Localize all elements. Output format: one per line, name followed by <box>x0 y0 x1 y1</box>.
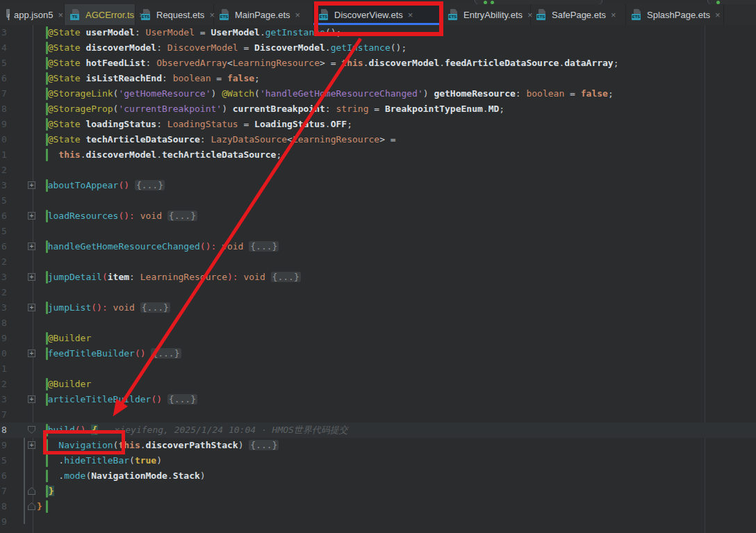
code-line[interactable]: 9@Builder <box>0 331 756 346</box>
fold-plus-icon[interactable]: + <box>28 395 35 403</box>
code-line[interactable]: 5 <box>0 193 756 208</box>
tab-close-icon[interactable]: × <box>295 10 301 19</box>
tab-request-ets[interactable]: ETSRequest.ets× <box>135 4 214 25</box>
token: ; <box>608 88 614 99</box>
tab-close-icon[interactable]: × <box>58 10 63 19</box>
token: ( <box>129 455 135 466</box>
token: (): <box>91 302 107 313</box>
toolbar-widget-1[interactable] <box>707 0 756 4</box>
fold-plus-icon[interactable]: + <box>28 181 35 189</box>
code-line[interactable]: 6+loadResources(): void {...} <box>0 208 756 224</box>
token: MD <box>488 104 500 114</box>
token: techArticleDataSource <box>162 149 276 160</box>
fold-open-icon[interactable] <box>28 426 35 434</box>
code-line[interactable]: 2 <box>0 163 756 178</box>
code-line[interactable]: 8 <box>0 315 756 331</box>
token: = <box>211 73 227 83</box>
ets-file-icon: ETS <box>536 9 548 20</box>
token: = <box>195 27 211 38</box>
folded-code-chip: {...} <box>249 440 279 450</box>
token: 'currentBreakpoint' <box>118 104 222 114</box>
code-line[interactable]: 8} <box>0 499 756 514</box>
code-text: this.discoverModel.techArticleDataSource… <box>48 147 282 163</box>
line-number: 2 <box>1 163 7 178</box>
line-number: 2 <box>1 254 7 270</box>
code-line[interactable]: 6 .mode(NavigationMode.Stack) <box>0 468 756 484</box>
tab-entryability-ets[interactable]: ETSEntryAbility.ets× <box>443 4 531 25</box>
fold-plus-icon[interactable]: + <box>28 212 35 220</box>
token: BreakpointTypeEnum <box>385 104 483 114</box>
token: dataArray <box>564 58 613 68</box>
code-line[interactable]: 0+feedTitleBuilder() {...} <box>0 346 756 361</box>
token: ): <box>227 272 238 282</box>
toolbar-widget-0[interactable] <box>475 0 602 4</box>
token: ) <box>200 470 206 481</box>
token: mode <box>64 470 85 481</box>
line-number: 2 <box>1 285 7 300</box>
fold-plus-icon[interactable]: + <box>28 304 35 311</box>
line-number: 5 <box>1 56 7 71</box>
folded-code-chip: {...} <box>271 272 301 282</box>
code-line[interactable]: 8@StorageProp('currentBreakpoint') curre… <box>0 101 756 117</box>
code-text: @StorageProp('currentBreakpoint') curren… <box>48 101 505 117</box>
code-line[interactable]: 2 <box>0 254 756 270</box>
token: . <box>260 27 265 38</box>
code-line[interactable]: 9@State loadingStatus: LoadingStatus = L… <box>0 117 756 132</box>
tab-safepage-ets[interactable]: ETSSafePage.ets× <box>531 4 626 25</box>
code-line[interactable]: 5 <box>0 224 756 239</box>
fold-plus-icon[interactable]: + <box>28 273 35 281</box>
token: DiscoverModel <box>254 42 325 53</box>
token: < <box>227 58 233 68</box>
token: ; <box>254 73 260 83</box>
code-line[interactable]: 3+jumpList(): void {...} <box>0 300 756 315</box>
fold-end-icon[interactable] <box>28 487 35 495</box>
tab-close-icon[interactable]: × <box>611 10 616 19</box>
token: > = <box>379 134 395 145</box>
token: 'handleGetHomeResourceChanged' <box>260 88 423 99</box>
token: } <box>48 486 55 496</box>
token: LoadingStatus <box>254 119 325 129</box>
tab-splashpage-ets[interactable]: ETSSplashPage.ets× <box>626 4 724 25</box>
code-line[interactable]: 0@State techArticleDataSource: LazyDataS… <box>0 132 756 147</box>
code-line[interactable]: 1 this.discoverModel.techArticleDataSour… <box>0 147 756 163</box>
fold-end-icon[interactable] <box>28 502 35 510</box>
token: ( <box>254 88 260 99</box>
fold-plus-icon[interactable]: + <box>28 243 35 250</box>
line-number: 3 <box>1 25 7 40</box>
code-line[interactable]: 6@State isListReachEnd: boolean = false; <box>0 71 756 86</box>
tab-agcerror-ts[interactable]: TSAGCError.ts× <box>65 4 135 25</box>
code-line[interactable]: 7@StorageLink('getHomeResource') @Watch(… <box>0 86 756 101</box>
fold-plus-icon[interactable]: + <box>28 441 35 449</box>
token: ) <box>211 88 222 99</box>
tab-close-icon[interactable]: × <box>715 10 721 19</box>
token: 'getHomeResource' <box>118 88 211 99</box>
code-line[interactable]: 5@State hotFeedList: ObservedArray<Learn… <box>0 56 756 71</box>
token: @Builder <box>48 379 92 389</box>
line-number: 0 <box>1 346 7 361</box>
fold-plus-icon[interactable]: + <box>28 350 35 357</box>
code-line[interactable]: 7} <box>0 484 756 499</box>
code-line[interactable]: 6+handleGetHomeResourceChanged(): void {… <box>0 239 756 254</box>
code-line[interactable]: 4@State discoverModel: DiscoverModel = D… <box>0 40 756 56</box>
token: ) <box>156 455 162 466</box>
folded-code-chip: {...} <box>249 241 279 252</box>
folded-code-chip: {...} <box>140 302 170 313</box>
code-line[interactable]: 3+jumpDetail(item: LearningResource): vo… <box>0 270 756 285</box>
token <box>265 272 271 282</box>
code-editor[interactable]: 3@State userModel: UserModel = UserModel… <box>0 25 756 533</box>
code-line[interactable]: 2 <box>0 285 756 300</box>
tab-app-json5[interactable]: {app.json5× <box>0 4 65 25</box>
code-line[interactable]: 1 <box>0 361 756 377</box>
code-line[interactable]: 2@Builder <box>0 377 756 392</box>
token: @Builder <box>48 333 92 343</box>
token: : <box>156 42 167 53</box>
status-green-dot-icon <box>491 1 494 4</box>
token: @State <box>48 73 81 83</box>
token: . <box>325 119 331 129</box>
code-line[interactable]: 9 <box>0 514 756 530</box>
code-line[interactable]: 3+aboutToAppear() {...} <box>0 178 756 193</box>
token: ) <box>222 104 233 114</box>
status-green-dot-icon <box>716 1 720 4</box>
code-line[interactable]: 5 .hideTitleBar(true) <box>0 453 756 468</box>
tab-mainpage-ets[interactable]: ETSMainPage.ets× <box>214 4 313 25</box>
